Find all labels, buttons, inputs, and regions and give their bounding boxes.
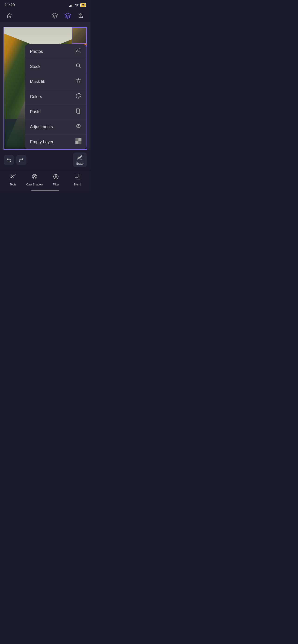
svg-point-13 — [78, 126, 79, 127]
menu-item-adjustments-label: Adjustments — [30, 124, 53, 129]
svg-rect-5 — [77, 82, 78, 82]
menu-item-masklib[interactable]: Mask lib — [25, 74, 87, 89]
palette-icon — [75, 93, 82, 100]
svg-point-4 — [78, 80, 79, 81]
menu-item-paste-label: Paste — [30, 110, 41, 114]
bottom-toolbar: Tools Cast Shadow Filter B — [0, 170, 91, 188]
share-button[interactable] — [77, 12, 85, 20]
svg-rect-15 — [79, 138, 82, 141]
svg-rect-23 — [75, 174, 78, 177]
erase-button[interactable]: Erase — [73, 152, 87, 167]
toolbar-filter[interactable]: Filter — [45, 174, 67, 186]
mask-icon — [75, 78, 82, 85]
erase-label: Erase — [76, 162, 84, 165]
home-bar — [31, 190, 59, 191]
svg-rect-3 — [76, 79, 81, 83]
svg-rect-11 — [76, 109, 79, 113]
svg-point-9 — [79, 94, 80, 95]
menu-item-colors-label: Colors — [30, 94, 42, 99]
svg-point-20 — [34, 176, 35, 177]
menu-item-stock[interactable]: Stock — [25, 59, 87, 74]
toolbar-tools[interactable]: Tools — [2, 174, 24, 186]
search-icon — [75, 63, 82, 70]
blend-label: Blend — [74, 183, 81, 186]
menu-item-paste[interactable]: Paste — [25, 104, 87, 120]
menu-item-adjustments[interactable]: Adjustments — [25, 120, 87, 134]
menu-item-stock-label: Stock — [30, 64, 40, 69]
canvas-wrapper[interactable]: Photos Stock — [4, 27, 87, 150]
top-navigation — [0, 9, 91, 22]
paste-icon — [75, 108, 82, 116]
svg-rect-16 — [75, 141, 79, 144]
cast-shadow-label: Cast Shadow — [26, 183, 43, 186]
layers-button[interactable] — [51, 12, 59, 20]
tools-icon — [10, 174, 16, 182]
photos-icon — [75, 48, 82, 55]
menu-item-photos-label: Photos — [30, 49, 43, 54]
nav-right-icons — [51, 12, 85, 20]
home-button[interactable] — [6, 12, 14, 20]
cast-shadow-icon — [31, 174, 38, 182]
home-indicator — [0, 188, 91, 192]
svg-rect-24 — [77, 176, 80, 179]
add-layer-menu: Photos Stock — [25, 44, 87, 149]
menu-item-photos[interactable]: Photos — [25, 44, 87, 59]
toolbar-blend[interactable]: Blend — [67, 174, 88, 186]
filter-label: Filter — [53, 183, 59, 186]
layers-active-button[interactable] — [64, 12, 72, 20]
svg-rect-14 — [75, 138, 79, 141]
undo-redo-controls — [4, 155, 27, 165]
svg-point-8 — [78, 94, 78, 95]
eraser-icon — [77, 154, 83, 161]
controls-row: Erase — [0, 150, 91, 170]
menu-item-empty-layer[interactable]: Empty Layer — [25, 134, 87, 149]
blend-icon — [74, 174, 81, 182]
battery-indicator: 79 — [80, 3, 86, 7]
filter-icon — [53, 174, 59, 182]
menu-item-masklib-label: Mask lib — [30, 79, 45, 84]
menu-item-empty-layer-label: Empty Layer — [30, 140, 53, 144]
menu-item-colors[interactable]: Colors — [25, 89, 87, 104]
tools-label: Tools — [10, 183, 16, 186]
signal-icon — [69, 4, 73, 7]
svg-rect-6 — [79, 82, 80, 82]
adjustments-icon — [75, 123, 82, 130]
status-time: 11:20 — [5, 3, 15, 8]
empty-layer-icon — [75, 138, 82, 146]
redo-button[interactable] — [16, 155, 27, 165]
canvas-area: Photos Stock — [0, 22, 91, 150]
status-bar: 11:20 79 — [0, 0, 91, 9]
svg-rect-0 — [76, 49, 81, 53]
toolbar-cast-shadow[interactable]: Cast Shadow — [24, 174, 46, 186]
layer-thumbnail[interactable] — [72, 27, 87, 44]
svg-point-7 — [77, 96, 78, 96]
wifi-icon — [75, 3, 79, 7]
status-icons: 79 — [69, 3, 86, 7]
undo-button[interactable] — [4, 155, 14, 165]
svg-rect-17 — [79, 141, 82, 144]
